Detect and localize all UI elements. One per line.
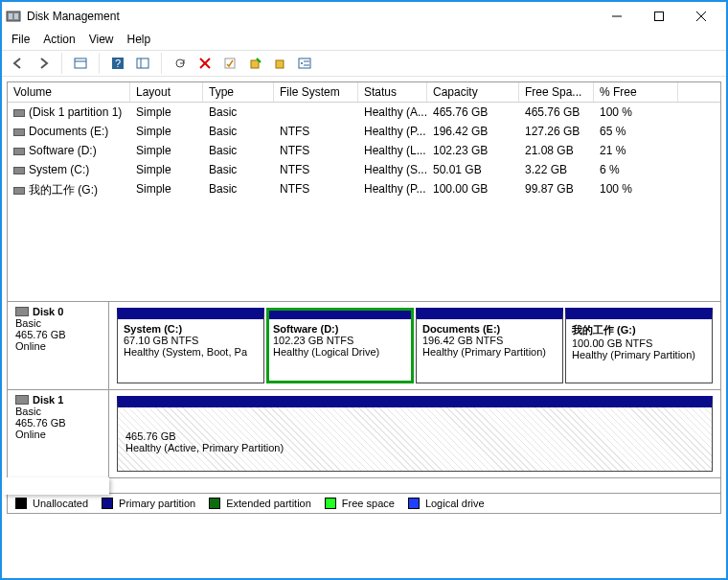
svg-point-20 bbox=[301, 62, 303, 64]
disk-size: 465.76 GB bbox=[15, 329, 101, 340]
help-button[interactable]: ? bbox=[107, 53, 128, 74]
partition-box[interactable]: Software (D:)102.23 GB NTFSHealthy (Logi… bbox=[266, 308, 414, 383]
minimize-button[interactable] bbox=[596, 3, 638, 30]
table-row[interactable]: 我的工作 (G:)SimpleBasicNTFSHealthy (P...100… bbox=[8, 179, 720, 201]
cell-layout: Simple bbox=[130, 122, 203, 141]
legend: UnallocatedPrimary partitionExtended par… bbox=[7, 494, 721, 514]
volume-name: (Disk 1 partition 1) bbox=[29, 105, 122, 119]
disk-size: 465.76 GB bbox=[15, 417, 101, 429]
legend-label: Primary partition bbox=[119, 498, 195, 509]
table-row[interactable]: Software (D:)SimpleBasicNTFSHealthy (L..… bbox=[8, 141, 720, 160]
cell-layout: Simple bbox=[130, 103, 203, 122]
col-type[interactable]: Type bbox=[203, 82, 274, 102]
cell-free: 21.08 GB bbox=[519, 141, 594, 160]
svg-rect-16 bbox=[225, 58, 235, 68]
cell-fs: NTFS bbox=[274, 122, 358, 141]
partition-box[interactable]: Documents (E:)196.42 GB NTFSHealthy (Pri… bbox=[416, 308, 563, 383]
volume-icon bbox=[13, 109, 25, 117]
cell-pct: 100 % bbox=[594, 103, 678, 122]
cell-fs: NTFS bbox=[274, 160, 358, 179]
forward-button[interactable] bbox=[33, 53, 54, 74]
close-button[interactable] bbox=[680, 3, 722, 30]
cell-status: Healthy (P... bbox=[358, 122, 427, 141]
delete-button[interactable] bbox=[194, 53, 216, 74]
col-pctfree[interactable]: % Free bbox=[594, 82, 678, 102]
legend-label: Unallocated bbox=[33, 498, 88, 509]
col-volume[interactable]: Volume bbox=[8, 82, 130, 102]
volume-icon bbox=[13, 167, 25, 174]
menu-help[interactable]: Help bbox=[127, 33, 151, 46]
partition-info: 196.42 GB NTFS bbox=[422, 335, 557, 346]
cell-capacity: 102.23 GB bbox=[427, 141, 519, 160]
svg-rect-4 bbox=[655, 12, 664, 21]
cell-pct: 21 % bbox=[594, 141, 678, 160]
legend-swatch bbox=[15, 498, 27, 509]
cell-status: Healthy (S... bbox=[358, 160, 427, 179]
properties-button[interactable] bbox=[219, 53, 240, 74]
col-capacity[interactable]: Capacity bbox=[427, 82, 519, 102]
menu-file[interactable]: File bbox=[11, 33, 30, 46]
app-icon bbox=[6, 9, 21, 24]
disk-label[interactable]: Disk 0Basic465.76 GBOnline bbox=[8, 302, 109, 389]
cell-pct: 6 % bbox=[594, 160, 678, 179]
partition-info: 465.76 GB bbox=[125, 430, 704, 442]
legend-label: Free space bbox=[342, 498, 395, 509]
svg-rect-19 bbox=[299, 58, 310, 68]
disk-graphical-view[interactable]: Disk 0Basic465.76 GBOnlineSystem (C:)67.… bbox=[7, 302, 721, 494]
cell-type: Basic bbox=[203, 122, 274, 141]
partition-box[interactable]: 465.76 GBHealthy (Active, Primary Partit… bbox=[117, 396, 713, 472]
list-button[interactable] bbox=[294, 53, 315, 74]
settings-button[interactable] bbox=[132, 53, 153, 74]
legend-label: Extended partition bbox=[226, 498, 311, 509]
disk-state: Online bbox=[15, 429, 101, 440]
col-free[interactable]: Free Spa... bbox=[519, 82, 594, 102]
legend-swatch bbox=[325, 498, 336, 509]
show-hide-pane-button[interactable] bbox=[70, 53, 91, 74]
svg-rect-11 bbox=[137, 58, 148, 68]
volume-icon bbox=[13, 148, 25, 155]
menu-action[interactable]: Action bbox=[43, 33, 75, 46]
volume-name: System (C:) bbox=[29, 163, 89, 176]
svg-rect-17 bbox=[251, 60, 259, 68]
partition-box[interactable]: System (C:)67.10 GB NTFSHealthy (System,… bbox=[117, 308, 264, 383]
volume-icon bbox=[13, 187, 25, 195]
cell-status: Healthy (P... bbox=[358, 179, 427, 201]
cell-fs bbox=[274, 103, 358, 122]
disk-type: Basic bbox=[15, 317, 101, 329]
cell-layout: Simple bbox=[130, 179, 203, 201]
cell-type: Basic bbox=[203, 160, 274, 179]
col-filesystem[interactable]: File System bbox=[274, 82, 358, 102]
volume-list[interactable]: Volume Layout Type File System Status Ca… bbox=[7, 81, 721, 302]
menubar: File Action View Help bbox=[2, 31, 726, 50]
column-headers[interactable]: Volume Layout Type File System Status Ca… bbox=[8, 82, 720, 103]
maximize-button[interactable] bbox=[638, 3, 680, 30]
back-button[interactable] bbox=[8, 53, 29, 74]
table-row[interactable]: System (C:)SimpleBasicNTFSHealthy (S...5… bbox=[8, 160, 720, 179]
partition-status: Healthy (Primary Partition) bbox=[422, 346, 557, 358]
refresh-button[interactable] bbox=[170, 53, 191, 74]
partition-name: System (C:) bbox=[124, 323, 258, 335]
disk-name: Disk 1 bbox=[33, 394, 63, 406]
cell-layout: Simple bbox=[130, 141, 203, 160]
disk-icon bbox=[15, 307, 29, 316]
disk-row: Disk 1Basic465.76 GBOnline465.76 GBHealt… bbox=[8, 390, 720, 478]
partition-container: System (C:)67.10 GB NTFSHealthy (System,… bbox=[109, 302, 720, 389]
partition-box[interactable]: 我的工作 (G:)100.00 GB NTFSHealthy (Primary … bbox=[565, 308, 713, 383]
disk-label[interactable]: Disk 1Basic465.76 GBOnline bbox=[8, 390, 109, 477]
table-row[interactable]: Documents (E:)SimpleBasicNTFSHealthy (P.… bbox=[8, 122, 720, 141]
action-button[interactable] bbox=[244, 53, 265, 74]
window-title: Disk Management bbox=[27, 10, 596, 23]
menu-view[interactable]: View bbox=[89, 33, 114, 46]
action2-button[interactable] bbox=[269, 53, 290, 74]
toolbar: ? bbox=[2, 50, 726, 77]
table-row[interactable]: (Disk 1 partition 1)SimpleBasicHealthy (… bbox=[8, 103, 720, 122]
content: Volume Layout Type File System Status Ca… bbox=[2, 77, 726, 519]
col-status[interactable]: Status bbox=[358, 82, 427, 102]
separator bbox=[161, 53, 162, 74]
col-layout[interactable]: Layout bbox=[130, 82, 203, 102]
partition-name: Software (D:) bbox=[273, 323, 407, 335]
disk-state: Online bbox=[15, 340, 101, 352]
partition-info: 100.00 GB NTFS bbox=[572, 337, 706, 349]
cell-capacity: 196.42 GB bbox=[427, 122, 519, 141]
partition-name: Documents (E:) bbox=[422, 323, 557, 335]
